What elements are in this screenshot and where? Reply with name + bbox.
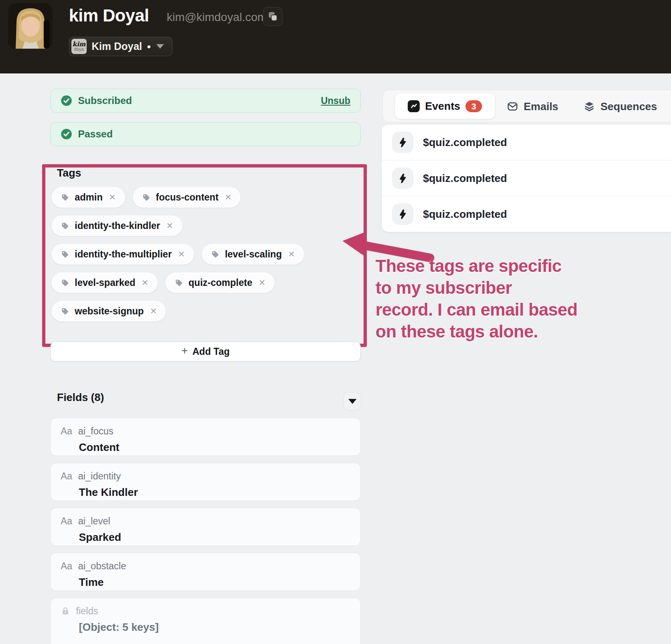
tag-pill-admin: admin ✕ xyxy=(51,186,125,208)
remove-tag-icon[interactable]: ✕ xyxy=(225,192,232,202)
fields-collapse-button[interactable] xyxy=(343,392,361,410)
tag-icon xyxy=(61,250,69,259)
tag-row: admin ✕ focus-content ✕ xyxy=(51,186,241,208)
tag-icon xyxy=(61,307,69,316)
subscribed-label: Subscribed xyxy=(78,95,132,106)
field-value: [Object: 5 keys] xyxy=(79,621,350,634)
account-logo: kim doya xyxy=(71,39,87,54)
tag-icon xyxy=(142,193,151,202)
field-card-ai-level: Aa ai_level Sparked xyxy=(50,508,361,546)
subscribed-banner: Subscribed Unsub xyxy=(50,89,361,113)
remove-tag-icon[interactable]: ✕ xyxy=(150,306,157,316)
subscriber-name: kim Doyal xyxy=(69,6,149,26)
tags-title: Tags xyxy=(57,167,81,179)
tag-pill-identity-the-kindler: identity-the-kindler ✕ xyxy=(51,215,183,236)
chevron-down-icon xyxy=(348,399,357,404)
text-type-icon: Aa xyxy=(61,472,72,481)
copy-icon xyxy=(267,11,278,22)
lightning-icon xyxy=(392,132,413,153)
remove-tag-icon[interactable]: ✕ xyxy=(258,278,265,288)
tag-pill-level-scaling: level-scaling ✕ xyxy=(201,243,305,265)
unsub-link[interactable]: Unsub xyxy=(321,95,350,106)
field-card-ai-identity: Aa ai_identity The Kindler xyxy=(50,463,361,501)
status-dot: • xyxy=(147,41,151,52)
tag-pill-identity-the-multiplier: identity-the-multiplier ✕ xyxy=(51,243,194,265)
event-row[interactable]: $quiz.completed xyxy=(382,196,671,232)
remove-tag-icon[interactable]: ✕ xyxy=(142,278,149,288)
field-card-ai-obstacle: Aa ai_obstacle Time xyxy=(50,553,361,591)
mail-icon xyxy=(507,101,518,112)
chevron-down-icon xyxy=(156,44,164,49)
layers-icon xyxy=(584,101,595,112)
fields-title: Fields (8) xyxy=(57,391,104,404)
tag-pill-focus-content: focus-content ✕ xyxy=(132,186,241,208)
remove-tag-icon[interactable]: ✕ xyxy=(288,249,295,259)
tag-row: website-signup ✕ xyxy=(51,300,166,322)
passed-label: Passed xyxy=(78,128,113,140)
check-circle-icon xyxy=(61,95,72,106)
remove-tag-icon[interactable]: ✕ xyxy=(166,221,173,231)
text-type-icon: Aa xyxy=(61,517,72,526)
activity-tabs: Events 3 Emails Sequences xyxy=(383,90,671,122)
tag-pill-website-signup: website-signup ✕ xyxy=(51,300,166,322)
field-card-ai-focus: Aa ai_focus Content xyxy=(50,418,361,456)
tag-icon xyxy=(61,278,69,287)
event-row[interactable]: $quiz.completed xyxy=(382,125,671,160)
tag-icon xyxy=(61,193,69,202)
avatar xyxy=(8,3,52,49)
field-value: The Kindler xyxy=(79,486,350,499)
field-value: Time xyxy=(79,576,350,589)
tag-icon xyxy=(175,278,183,287)
tag-icon xyxy=(211,250,220,259)
events-list: $quiz.completed $quiz.completed $quiz.co… xyxy=(382,125,671,232)
text-type-icon: Aa xyxy=(61,427,72,436)
tab-emails[interactable]: Emails xyxy=(507,90,558,123)
account-switcher[interactable]: kim doya Kim Doyal • xyxy=(69,37,172,56)
tag-pill-quiz-complete: quiz-complete ✕ xyxy=(165,272,275,293)
text-type-icon: Aa xyxy=(61,561,72,571)
avatar-photo xyxy=(8,3,52,49)
lightning-icon xyxy=(392,203,413,225)
copy-email-button[interactable] xyxy=(263,7,283,26)
remove-tag-icon[interactable]: ✕ xyxy=(178,249,185,259)
add-tag-button[interactable]: + Add Tag xyxy=(50,342,361,361)
tab-sequences[interactable]: Sequences xyxy=(584,90,657,123)
subscriber-email: kim@kimdoyal.com xyxy=(167,11,267,24)
tag-icon xyxy=(61,222,69,230)
events-count-badge: 3 xyxy=(465,100,482,112)
check-circle-icon xyxy=(61,128,72,140)
passed-banner: Passed xyxy=(50,122,361,146)
field-value: Content xyxy=(79,441,350,454)
header: kim Doyal kim@kimdoyal.com kim doya Kim … xyxy=(0,0,671,73)
plus-icon: + xyxy=(181,345,188,356)
events-icon xyxy=(408,100,420,112)
account-name: Kim Doyal xyxy=(92,40,142,52)
tab-events[interactable]: Events 3 xyxy=(395,93,495,119)
tag-row: identity-the-kindler ✕ xyxy=(51,215,183,236)
field-card-fields-object: fields [Object: 5 keys] xyxy=(50,598,361,644)
lightning-icon xyxy=(392,167,413,189)
tag-row: level-sparked ✕ quiz-complete ✕ xyxy=(51,272,275,293)
field-value: Sparked xyxy=(79,531,350,544)
lock-icon xyxy=(61,606,70,616)
tag-row: identity-the-multiplier ✕ level-scaling … xyxy=(51,243,305,265)
remove-tag-icon[interactable]: ✕ xyxy=(109,192,116,202)
annotation-text: These tags are specific to my subscriber… xyxy=(376,255,615,342)
tag-pill-level-sparked: level-sparked ✕ xyxy=(51,272,158,293)
event-row[interactable]: $quiz.completed xyxy=(382,160,671,196)
